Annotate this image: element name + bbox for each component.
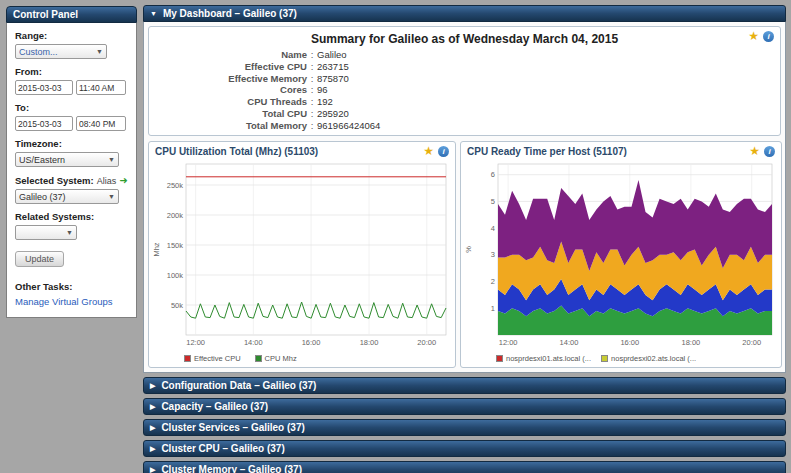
legend-label: nosprdesxi02.ats.local (... — [611, 354, 696, 363]
chart-title: CPU Ready Time per Host (51107) — [464, 145, 778, 159]
info-icon[interactable]: i — [438, 146, 449, 157]
manage-virtual-groups-link[interactable]: Manage Virtual Groups — [15, 296, 128, 307]
svg-text:18:00: 18:00 — [682, 338, 701, 347]
collapse-arrow-icon: ▶ — [150, 466, 155, 473]
svg-text:14:00: 14:00 — [560, 338, 579, 347]
svg-text:50k: 50k — [171, 301, 183, 310]
expand-arrow-icon: ▼ — [150, 10, 157, 17]
panel-title: My Dashboard – Galileo (37) — [163, 6, 297, 21]
summary-value: 192 — [317, 96, 780, 108]
related-systems-select[interactable]: ▼ — [15, 225, 77, 240]
favorite-star-icon[interactable]: ★ — [423, 145, 434, 157]
panel-title: Configuration Data – Galileo (37) — [161, 378, 316, 393]
favorite-star-icon[interactable]: ★ — [749, 145, 760, 157]
from-time-input[interactable] — [76, 80, 126, 95]
summary-value: 875870 — [317, 73, 780, 85]
summary-colon: : — [307, 61, 317, 73]
svg-text:Mhz: Mhz — [152, 242, 161, 256]
summary-label: Name — [149, 49, 307, 61]
from-date-input[interactable] — [15, 80, 73, 95]
summary-row: Total Memory:961966424064 — [149, 120, 780, 132]
svg-text:1: 1 — [491, 304, 495, 313]
summary-colon: : — [307, 49, 317, 61]
summary-colon: : — [307, 120, 317, 132]
svg-text:%: % — [464, 246, 473, 253]
panel-header-cluster-cpu[interactable]: ▶ Cluster CPU – Galileo (37) — [143, 440, 786, 457]
summary-label: Effective CPU — [149, 61, 307, 73]
svg-text:150k: 150k — [167, 241, 184, 250]
svg-text:12:00: 12:00 — [186, 338, 205, 347]
chevron-down-icon: ▼ — [108, 156, 115, 163]
summary-row: Effective CPU:263715 — [149, 61, 780, 73]
collapse-arrow-icon: ▶ — [150, 424, 155, 431]
summary-label: CPU Threads — [149, 96, 307, 108]
to-label: To: — [15, 102, 128, 113]
chevron-down-icon: ▼ — [66, 229, 73, 236]
panel-header-cluster-services[interactable]: ▶ Cluster Services – Galileo (37) — [143, 419, 786, 436]
summary-colon: : — [307, 84, 317, 96]
svg-text:16:00: 16:00 — [620, 338, 639, 347]
svg-text:18:00: 18:00 — [360, 338, 379, 347]
summary-value: Galileo — [317, 49, 780, 61]
summary-label: Total Memory — [149, 120, 307, 132]
panel-header-configuration-data[interactable]: ▶ Configuration Data – Galileo (37) — [143, 377, 786, 394]
chart-title: CPU Utilization Total (Mhz) (51103) — [152, 145, 452, 159]
chart-legend: nosprdesxi01.ats.local (... nosprdesxi02… — [496, 354, 778, 363]
dashboard-body: Summary for Galileo as of Wednesday Marc… — [143, 22, 786, 373]
panel-header-capacity[interactable]: ▶ Capacity – Galileo (37) — [143, 398, 786, 415]
summary-label: Cores — [149, 84, 307, 96]
legend-label: CPU Mhz — [265, 354, 297, 363]
range-label: Range: — [15, 30, 128, 41]
timezone-select[interactable]: US/Eastern ▼ — [15, 152, 119, 167]
main-column: ▼ My Dashboard – Galileo (37) Summary fo… — [143, 5, 786, 473]
from-label: From: — [15, 66, 128, 77]
svg-text:3: 3 — [491, 250, 495, 259]
info-icon[interactable]: i — [763, 31, 774, 42]
selected-system-value: Galileo (37) — [19, 192, 66, 202]
control-panel-header: Control Panel — [6, 6, 137, 23]
control-panel-title: Control Panel — [13, 7, 78, 22]
range-select-value: Custom... — [19, 47, 58, 57]
chart-cpu-utilization: CPU Utilization Total (Mhz) (51103) ★ i … — [148, 141, 456, 368]
range-select[interactable]: Custom... ▼ — [15, 44, 107, 59]
chevron-down-icon: ▼ — [96, 48, 103, 55]
to-date-input[interactable] — [15, 116, 73, 131]
svg-text:6: 6 — [491, 170, 495, 179]
summary-box: Summary for Galileo as of Wednesday Marc… — [148, 26, 781, 136]
summary-colon: : — [307, 96, 317, 108]
legend-swatch — [184, 355, 191, 362]
svg-text:250k: 250k — [167, 181, 184, 190]
to-time-input[interactable] — [76, 116, 126, 131]
collapse-arrow-icon: ▶ — [150, 403, 155, 410]
panel-title: Cluster CPU – Galileo (37) — [161, 441, 284, 456]
info-icon[interactable]: i — [764, 146, 775, 157]
svg-text:5: 5 — [491, 197, 495, 206]
legend-item: CPU Mhz — [255, 354, 297, 363]
summary-colon: : — [307, 108, 317, 120]
legend-swatch — [496, 355, 503, 362]
summary-row: CPU Threads:192 — [149, 96, 780, 108]
selected-system-select[interactable]: Galileo (37) ▼ — [15, 189, 119, 204]
svg-text:20:00: 20:00 — [417, 338, 436, 347]
related-systems-label: Related Systems: — [15, 211, 128, 222]
summary-rows: Name:Galileo Effective CPU:263715 Effect… — [149, 49, 780, 132]
panel-header-cluster-memory[interactable]: ▶ Cluster Memory – Galileo (37) — [143, 461, 786, 473]
favorite-star-icon[interactable]: ★ — [748, 30, 759, 42]
cpu-ready-time-plot: 12:0014:0016:0018:0020:00123456% — [464, 159, 778, 349]
svg-text:200k: 200k — [167, 211, 184, 220]
collapse-arrow-icon: ▶ — [150, 445, 155, 452]
summary-row: Cores:96 — [149, 84, 780, 96]
svg-text:14:00: 14:00 — [244, 338, 263, 347]
summary-title: Summary for Galileo as of Wednesday Marc… — [149, 32, 780, 46]
selected-system-label: Selected System: — [15, 175, 94, 186]
control-panel: Control Panel Range: Custom... ▼ From: T… — [6, 6, 137, 318]
control-panel-body: Range: Custom... ▼ From: To: Timezone: U… — [6, 23, 137, 318]
legend-swatch — [255, 355, 262, 362]
panel-header-my-dashboard[interactable]: ▼ My Dashboard – Galileo (37) — [143, 5, 786, 22]
update-button[interactable]: Update — [15, 251, 64, 267]
alias-link[interactable]: Alias — [97, 176, 117, 186]
alias-arrow-icon: ➜ — [119, 176, 127, 186]
summary-value: 295920 — [317, 108, 780, 120]
svg-text:4: 4 — [491, 224, 495, 233]
timezone-label: Timezone: — [15, 138, 128, 149]
